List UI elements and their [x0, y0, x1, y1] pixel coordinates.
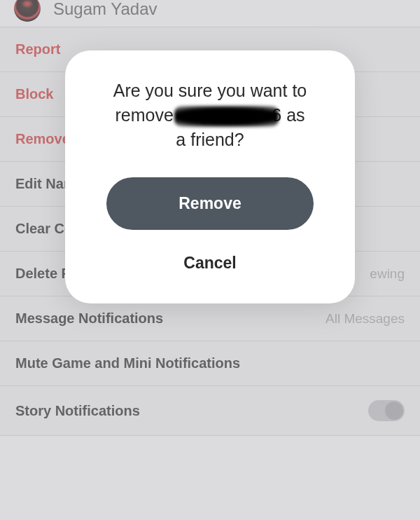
dialog-line1: Are you sure you want to — [113, 81, 307, 100]
dialog-username-redacted: sugamyada — [178, 103, 275, 128]
remove-button[interactable]: Remove — [106, 177, 314, 230]
confirm-dialog: Are you sure you want to remove sugamyad… — [65, 50, 355, 303]
cancel-button[interactable]: Cancel — [86, 247, 334, 280]
dialog-line3: a friend? — [176, 130, 244, 149]
dialog-line2-prefix: remove — [115, 105, 178, 125]
dialog-title: Are you sure you want to remove sugamyad… — [86, 78, 334, 152]
modal-overlay: Are you sure you want to remove sugamyad… — [0, 0, 420, 520]
dialog-line2-suffix: as — [281, 105, 304, 125]
